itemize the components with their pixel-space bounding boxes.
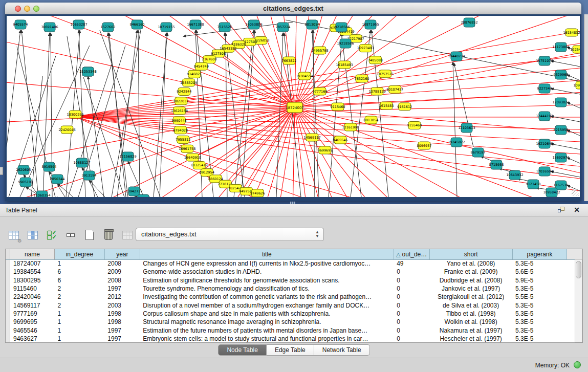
table-selector-dropdown[interactable]: citations_edges.txt ▲▼ xyxy=(136,228,324,241)
table-cell[interactable]: 1 xyxy=(54,326,104,334)
graph-node-yellow[interactable]: 8454749 xyxy=(194,62,209,70)
table-cell[interactable]: 9777169 xyxy=(10,310,55,318)
collapsed-panel-handle[interactable] xyxy=(0,167,3,175)
table-cell[interactable]: 2 xyxy=(54,285,104,293)
graph-node-teal[interactable]: 9121458 xyxy=(526,180,541,189)
graph-node-yellow[interactable]: 6794028 xyxy=(173,126,188,134)
column-header-out-degree[interactable]: △out_de… xyxy=(394,249,429,259)
graph-node-yellow[interactable]: 18325419 xyxy=(191,162,208,169)
graph-node-yellow[interactable]: 9749626 xyxy=(250,189,265,197)
table-cell[interactable]: 5.5E-5 xyxy=(512,293,567,301)
graph-node-yellow[interactable]: 19384554 xyxy=(296,72,313,80)
graph-node-yellow[interactable]: 22420046 xyxy=(58,126,75,134)
graph-node-yellow[interactable]: 14569117 xyxy=(303,134,320,141)
graph-node-teal[interactable]: 8215958 xyxy=(554,125,569,135)
table-cell[interactable]: Wolkin et al. (1998) xyxy=(429,318,512,326)
tab-edge-table[interactable]: Edge Table xyxy=(267,344,314,356)
table-cell[interactable]: 6 xyxy=(54,276,104,285)
table-cell[interactable]: 2009 xyxy=(104,268,140,276)
memory-ok-icon[interactable] xyxy=(574,361,581,368)
column-header-pagerank[interactable]: pagerank xyxy=(512,249,567,259)
table-cell[interactable]: 18300295 xyxy=(10,276,55,285)
graph-node-teal[interactable]: 10653287 xyxy=(70,20,87,29)
graph-node-yellow[interactable]: 10107437 xyxy=(386,85,403,93)
table-cell[interactable]: 1998 xyxy=(104,318,140,326)
graph-node-yellow[interactable]: 9990448 xyxy=(172,117,187,124)
table-cell[interactable]: 5.3E-5 xyxy=(512,285,567,293)
table-cell[interactable]: 2008 xyxy=(104,259,140,268)
tab-network-table[interactable]: Network Table xyxy=(314,344,370,356)
table-cell[interactable]: 5.3E-5 xyxy=(512,301,567,309)
network-canvas[interactable]: 1822605891275038186328165433829127508236… xyxy=(7,16,580,197)
graph-node-yellow[interactable]: 18757515 xyxy=(377,70,394,78)
table-row[interactable]: 946362711997Embryonic stem cells: a mode… xyxy=(6,335,582,343)
table-cell[interactable]: 0 xyxy=(394,276,429,285)
graph-node-yellow[interactable]: 9777169 xyxy=(313,87,328,95)
column-header-year[interactable]: year xyxy=(104,249,140,259)
graph-node-yellow[interactable]: 16154832 xyxy=(563,29,580,36)
graph-node-yellow[interactable]: 16961758 xyxy=(179,145,195,152)
table-row[interactable]: 911546021997Tourette syndrome. Phenomeno… xyxy=(6,285,582,293)
graph-node-teal[interactable]: 9405574 xyxy=(13,20,28,29)
table-cell[interactable]: Hescheler et al. (1997) xyxy=(429,335,512,343)
table-cell[interactable]: 2 xyxy=(54,293,104,301)
table-cell[interactable]: 1997 xyxy=(104,326,140,334)
graph-node-yellow[interactable]: 9146821 xyxy=(187,70,202,78)
table-cell[interactable]: 0 xyxy=(394,318,429,326)
table-cell[interactable]: 49 xyxy=(394,259,429,268)
show-column-icon[interactable] xyxy=(26,228,39,242)
graph-node-teal[interactable]: 7515526 xyxy=(217,23,232,32)
graph-hub-node[interactable]: 18724007 xyxy=(286,102,304,113)
select-attributes-icon[interactable]: ▢✓▢✓ xyxy=(45,228,58,242)
scrollbar-thumb[interactable] xyxy=(576,261,581,278)
graph-node-teal[interactable]: 2620605 xyxy=(16,165,31,174)
graph-node-yellow[interactable]: 10788129 xyxy=(368,87,385,95)
table-cell[interactable]: Embryonic stem cells: a model to study s… xyxy=(140,335,394,343)
table-cell[interactable]: Yano et al. (2008) xyxy=(429,259,512,268)
citation-graph[interactable]: 1822605891275038186328165433829127508236… xyxy=(7,16,580,197)
graph-node-yellow[interactable]: 16185493 xyxy=(336,61,353,69)
graph-node-teal[interactable]: 8813054 xyxy=(305,20,320,29)
table-cell[interactable]: Franke et al. (2009) xyxy=(429,268,512,276)
table-cell[interactable]: Tibbo et al. (1998) xyxy=(429,310,512,318)
graph-node-yellow[interactable]: 7485083 xyxy=(368,56,383,64)
table-row[interactable]: 1456911722003Disruption of a novel membe… xyxy=(6,301,582,309)
graph-node-teal[interactable]: 8919594 xyxy=(42,162,57,171)
graph-node-yellow[interactable]: 7632160 xyxy=(355,75,369,82)
column-header-short[interactable]: short xyxy=(429,249,512,259)
graph-node-yellow[interactable]: 8096957 xyxy=(417,142,432,149)
table-cell[interactable]: Corpus callosum shape and size in male p… xyxy=(140,310,394,318)
graph-node-yellow[interactable]: 8822037 xyxy=(173,97,188,105)
graph-node-teal[interactable]: 7857224 xyxy=(276,23,291,32)
table-row[interactable]: 969969511998Structural magnetic resonanc… xyxy=(6,318,582,326)
graph-node-teal[interactable]: 12103613 xyxy=(458,123,475,133)
table-cell[interactable]: 18724007 xyxy=(10,259,55,268)
column-header-in-degree[interactable]: in_degree xyxy=(54,249,104,259)
import-table-icon[interactable] xyxy=(121,228,134,242)
graph-node-yellow[interactable]: 8813054 xyxy=(364,116,379,124)
float-panel-icon[interactable] xyxy=(558,207,565,214)
table-cell[interactable]: 14569117 xyxy=(10,301,55,309)
graph-node-yellow[interactable]: 1615483 xyxy=(379,102,394,110)
resize-grip-icon[interactable] xyxy=(572,189,579,196)
table-cell[interactable]: Stergiakouli et al. (2012) xyxy=(429,293,512,301)
table-cell[interactable]: 5.3E-5 xyxy=(512,310,567,318)
table-cell[interactable]: 1 xyxy=(54,335,104,343)
table-cell[interactable]: 1997 xyxy=(104,285,140,293)
column-header-title[interactable]: title xyxy=(140,249,394,259)
table-cell[interactable]: 5.3E-5 xyxy=(512,259,567,268)
graph-node-yellow[interactable]: 16640910 xyxy=(184,154,201,161)
close-panel-icon[interactable]: ✕ xyxy=(574,206,580,214)
graph-node-yellow[interactable]: 7663822 xyxy=(282,57,297,64)
graph-node-yellow[interactable]: 2367608 xyxy=(202,56,217,63)
graph-node-teal[interactable]: 21053346 xyxy=(79,67,96,76)
node-table[interactable]: name in_degree year title △out_de… short… xyxy=(5,249,583,343)
graph-node-yellow[interactable]: 15885209 xyxy=(180,79,197,86)
table-cell[interactable]: Nakamura et al. (1997) xyxy=(429,326,512,334)
table-row[interactable]: 2242004622012Investigating the contribut… xyxy=(6,293,582,301)
table-cell[interactable]: 0 xyxy=(394,285,429,293)
graph-node-teal[interactable]: 16210643 xyxy=(536,139,553,148)
graph-node-yellow[interactable]: 9465546 xyxy=(333,136,348,144)
table-cell[interactable]: 9699695 xyxy=(10,318,55,326)
graph-node-yellow[interactable]: 7955812 xyxy=(176,136,190,143)
